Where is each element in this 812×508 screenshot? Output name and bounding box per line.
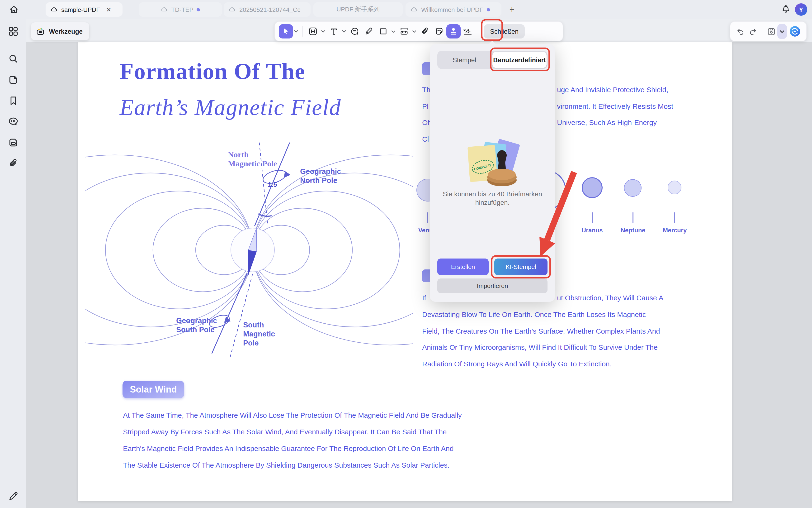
label-south-magnetic-pole: South Magnetic Pole [243, 320, 275, 347]
chevron-down-icon[interactable] [341, 24, 347, 39]
close-icon[interactable]: ✕ [106, 6, 111, 13]
ai-assistant-icon[interactable] [787, 24, 803, 39]
werkzeuge-label: Werkzeuge [49, 28, 83, 35]
tab-label: UPDF 新手系列 [336, 5, 380, 14]
uranus-tick [592, 212, 592, 223]
para2-line1-left: If [422, 294, 426, 302]
para1-line2-left: Pl [422, 102, 429, 110]
benutzerdefiniert-highlight [490, 47, 550, 71]
para2-line4: Animals Or Tiny Microorganisms, Will Fin… [422, 343, 658, 351]
tab-td-tep[interactable]: TD-TEP [139, 2, 222, 17]
werkzeuge-button[interactable]: Werkzeuge [31, 22, 89, 40]
pages-icon[interactable] [8, 74, 19, 86]
stamp-tool-highlight [481, 19, 503, 41]
tab-20250521[interactable]: 20250521-120744_Cc [224, 2, 311, 17]
erstellen-button[interactable]: Erstellen [437, 258, 489, 275]
planet-label-mercury: Mercury [662, 227, 688, 234]
left-sidebar [0, 19, 26, 508]
undo-icon[interactable] [734, 24, 747, 39]
search-icon[interactable] [8, 53, 19, 65]
pdf-page: Formation Of The Earth’s Magnetic Field [78, 42, 732, 501]
measure-tool[interactable] [397, 24, 411, 39]
para2-line1-right: ut Obstruction, They Will Cause A [557, 294, 663, 302]
attachment-tool[interactable] [418, 24, 432, 39]
tab-sample-updf[interactable]: sample-UPDF ✕ [46, 2, 123, 17]
cloud-icon [410, 6, 418, 13]
toolbar-divider [478, 26, 478, 37]
label-geographic-north-pole: Geographic North Pole [300, 167, 341, 185]
para2-line2: Devastating Blow To Life On Earth. Once … [422, 310, 646, 319]
planet-neptune [624, 179, 641, 197]
para1-line1-left: Th [422, 86, 430, 94]
tab-bar: sample-UPDF ✕ TD-TEP 20250521-120744_Cc … [0, 0, 812, 19]
stamp-illustration: COMPLETE [463, 139, 522, 189]
para2-line3: Field, The Creatures On The Earth's Surf… [422, 327, 660, 335]
unsaved-dot [487, 8, 490, 11]
para3-line3: Earth's Magnetic Field Provides An Indis… [123, 444, 454, 453]
para3-line2: Stripped Away By Forces Such As The Sola… [123, 428, 447, 436]
para2-line5: Radiation Of Strong Rays And Will Quickl… [422, 360, 612, 368]
venus-tick [427, 212, 428, 223]
toolbar-divider [762, 26, 762, 37]
unsaved-dot [197, 8, 200, 11]
para1-line3-left: Of [422, 118, 430, 126]
mercury-tick [674, 212, 675, 223]
tab-label: TD-TEP [171, 6, 193, 13]
label-geographic-south-pole: Geographic South Pole [176, 316, 217, 334]
neptune-tick [632, 212, 633, 223]
attachments-icon[interactable] [8, 158, 19, 169]
avatar[interactable]: Y [795, 3, 807, 16]
tools-grid-icon[interactable] [8, 26, 19, 37]
chevron-down-icon[interactable] [390, 24, 396, 39]
chevron-down-icon[interactable] [320, 24, 326, 39]
save-icon[interactable] [765, 24, 777, 39]
ki-stempel-highlight [491, 255, 551, 279]
edit-tools-icon[interactable] [8, 491, 19, 502]
planet-mercury [668, 180, 681, 194]
sticker-tool[interactable] [432, 24, 446, 39]
heading-tool[interactable] [306, 24, 320, 39]
tab-willkommen[interactable]: Willkommen bei UPDF [405, 2, 501, 17]
redo-icon[interactable] [747, 24, 759, 39]
pen-tool[interactable] [362, 24, 376, 39]
para1-line4-left: Cl [422, 135, 429, 143]
importieren-button[interactable]: Importieren [437, 279, 547, 293]
chevron-down-icon[interactable] [411, 24, 417, 39]
bookmark-icon[interactable] [8, 95, 19, 107]
chevron-down-icon[interactable] [293, 24, 299, 39]
tab-label: sample-UPDF [61, 6, 100, 13]
text-tool[interactable] [327, 24, 341, 39]
planet-uranus [582, 177, 603, 198]
toolbar-divider [302, 26, 303, 37]
planet-label-uranus: Uranus [580, 227, 605, 234]
para1-line3-right: Universe, Such As High-Energy [557, 118, 657, 126]
comment-tool[interactable] [348, 24, 362, 39]
cloud-icon [160, 6, 168, 13]
select-cursor-tool[interactable] [279, 24, 293, 39]
dialog-caption-line2: hinzufügen. [430, 198, 555, 207]
cloud-icon [50, 6, 58, 13]
home-icon[interactable] [8, 4, 19, 15]
toolbox-icon [36, 27, 45, 36]
dialog-caption-line1: Sie können bis zu 40 Briefmarken [430, 189, 555, 198]
tab-label: 20250521-120744_Cc [239, 6, 300, 13]
stamp-dialog: Stempel Benutzerdefiniert COMPLETE Sie k… [430, 44, 555, 302]
cloud-icon [228, 6, 236, 13]
document-title-line2: Earth’s Magnetic Field [120, 94, 341, 120]
label-north-magnetic-pole: North Magnetic Pole [228, 150, 277, 168]
new-tab-button[interactable]: + [506, 4, 518, 15]
stamp-tool[interactable] [446, 24, 461, 39]
thumbnails-icon[interactable] [8, 137, 19, 148]
annotation-toolbar: Schließen [275, 22, 563, 41]
shape-tool[interactable] [376, 24, 390, 39]
notifications-bell-icon[interactable] [781, 5, 791, 14]
signature-tool[interactable] [461, 24, 475, 39]
save-options-chevron[interactable] [777, 24, 787, 39]
tab-stempel[interactable]: Stempel [437, 51, 491, 69]
comments-icon[interactable] [8, 116, 19, 127]
tab-updf-series[interactable]: UPDF 新手系列 [314, 2, 403, 17]
solar-wind-badge: Solar Wind [123, 381, 184, 398]
para3-line1: At The Same Time, The Atmosphere Will Al… [123, 411, 462, 419]
para3-line4: The Stable Existence Of The Atmosphere B… [123, 461, 449, 469]
tab-label: Willkommen bei UPDF [421, 6, 483, 13]
